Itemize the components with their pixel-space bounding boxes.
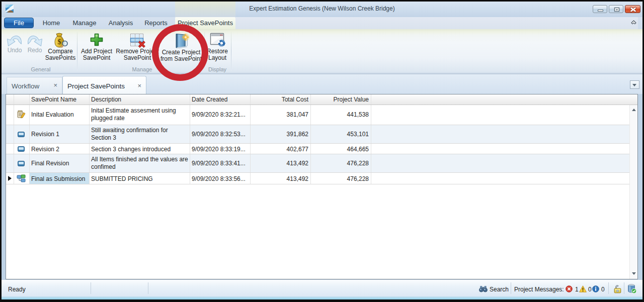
svg-text:$: $ — [58, 38, 61, 46]
